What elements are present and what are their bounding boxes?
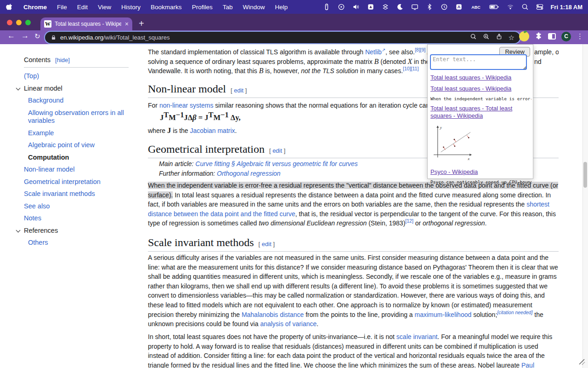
text-segment: solution; xyxy=(471,311,497,318)
wifi-icon[interactable] xyxy=(506,3,514,11)
play-circle-icon[interactable] xyxy=(337,3,345,11)
menu-bar-clock[interactable]: Fri 1:18 AM xyxy=(550,4,582,11)
inline-link[interactable]: [12] xyxy=(405,218,413,224)
menu-history[interactable]: History xyxy=(121,4,141,11)
tab-close-icon[interactable]: × xyxy=(125,21,129,27)
inline-link[interactable]: Jacobian matrix xyxy=(190,127,235,134)
text-segment: −1 xyxy=(176,110,184,119)
menu-edit[interactable]: Edit xyxy=(77,4,88,11)
edit-link[interactable]: edit xyxy=(234,87,243,94)
menu-view[interactable]: View xyxy=(98,4,111,11)
volume-icon[interactable] xyxy=(352,3,360,11)
toc-item-allowing-errors[interactable]: Allowing observation errors in all varia… xyxy=(28,109,124,125)
side-panel-icon[interactable] xyxy=(548,33,556,40)
text-segment: Main article: xyxy=(159,160,195,167)
menu-help[interactable]: Help xyxy=(275,4,288,11)
inline-link[interactable]: scale invariant xyxy=(396,333,438,340)
bluetooth-icon[interactable] xyxy=(425,3,433,11)
toc-item-nonlinear[interactable]: Non-linear model xyxy=(24,166,74,173)
zoom-window-button[interactable] xyxy=(25,20,31,25)
inline-link[interactable]: [citation needed] xyxy=(497,310,532,315)
inline-link[interactable]: [10][11] xyxy=(403,66,418,72)
menu-file[interactable]: File xyxy=(57,4,67,11)
menu-tab[interactable]: Tab xyxy=(223,4,233,11)
minimize-window-button[interactable] xyxy=(16,20,22,25)
inline-link[interactable]: Orthogonal regression xyxy=(217,170,281,177)
close-window-button[interactable] xyxy=(7,20,12,25)
zoom-in-icon[interactable] xyxy=(483,33,490,42)
toc-item-see-also[interactable]: See also xyxy=(24,202,50,210)
chevron-down-icon[interactable] xyxy=(16,228,21,232)
menu-window[interactable]: Window xyxy=(243,4,265,11)
text-segment: not the TLS solution xyxy=(301,67,358,75)
address-bar[interactable]: en.wikipedia.org/wiki/Total_least_square… xyxy=(45,32,520,43)
edit-link[interactable]: edit xyxy=(262,241,271,247)
app-square-icon[interactable] xyxy=(367,3,374,11)
share-icon[interactable] xyxy=(496,33,503,42)
spotlight-search-icon[interactable] xyxy=(521,3,529,11)
toc-hide-link[interactable]: [hide] xyxy=(55,57,70,63)
inline-link[interactable]: ↗ xyxy=(382,47,385,52)
abc-input-icon[interactable]: ABC xyxy=(469,3,482,11)
toc-item-example[interactable]: Example xyxy=(28,129,54,137)
text-segment: or xyxy=(413,219,423,227)
battery-charging-icon[interactable] xyxy=(489,3,499,11)
input-source-a-icon[interactable]: A xyxy=(455,3,463,11)
inline-link[interactable]: [8][9] xyxy=(415,47,425,52)
apple-logo-icon[interactable] xyxy=(6,3,13,11)
url-text: en.wikipedia.org/wiki/Total_least_square… xyxy=(60,34,170,41)
toc-item-notes[interactable]: Notes xyxy=(24,214,41,222)
inline-link[interactable]: analysis of variance xyxy=(260,320,317,328)
search-icon[interactable] xyxy=(470,33,477,42)
chrome-menu-icon[interactable]: ⋮ xyxy=(577,32,583,40)
toc-item-computation-active[interactable]: Computation xyxy=(28,154,69,161)
text-segment: . xyxy=(485,219,486,227)
active-tab[interactable]: W Total least squares - Wikipedia × xyxy=(40,17,132,30)
focus-moon-icon[interactable] xyxy=(396,3,404,11)
inline-link[interactable]: Netlib xyxy=(365,48,382,56)
result-link[interactable]: Psyco - Wikipedia xyxy=(430,168,531,176)
menu-profiles[interactable]: Profiles xyxy=(192,4,213,11)
menu-bookmarks[interactable]: Bookmarks xyxy=(151,4,182,11)
stage-manager-icon[interactable] xyxy=(381,3,389,11)
menu-chrome[interactable]: Chrome xyxy=(23,4,47,11)
extensions-puzzle-icon[interactable] xyxy=(535,32,543,41)
profile-avatar[interactable] xyxy=(519,31,529,41)
peripheral-battery-icon[interactable] xyxy=(322,3,330,11)
toc-item-top[interactable]: (Top) xyxy=(24,72,39,80)
new-tab-button[interactable]: + xyxy=(139,18,144,29)
toc-item-references[interactable]: References xyxy=(24,227,58,234)
result-link[interactable]: Total least squares - Total least square… xyxy=(430,105,531,120)
text-segment: is, however, xyxy=(264,67,301,75)
text-segment: A serious difficulty arises if the varia… xyxy=(148,254,558,318)
result-link[interactable]: Total least squares - Wikipedia xyxy=(430,85,531,92)
edit-link[interactable]: edit xyxy=(272,147,282,154)
inline-link[interactable]: Mahalanobis distance xyxy=(242,311,304,318)
forward-button[interactable]: → xyxy=(21,31,29,40)
toc-item-geometrical[interactable]: Geometrical interpretation xyxy=(24,178,101,185)
text-segment: where xyxy=(148,127,167,134)
text-segment: = J xyxy=(197,113,209,122)
popup-text-input[interactable] xyxy=(430,54,527,70)
bookmark-star-icon[interactable]: ☆ xyxy=(509,34,514,41)
control-center-icon[interactable] xyxy=(536,3,543,11)
text-segment: from the points to the line, providing a xyxy=(304,311,414,318)
back-button[interactable]: ← xyxy=(7,31,15,40)
inline-link[interactable]: maximum-likelihood xyxy=(415,311,472,318)
inline-link[interactable]: Curve fitting § Algebraic fit versus geo… xyxy=(195,160,358,167)
chevron-down-icon[interactable] xyxy=(16,86,21,90)
time-machine-icon[interactable] xyxy=(440,3,448,11)
profile-badge-c[interactable]: C xyxy=(561,32,571,41)
toc-item-linear-model[interactable]: Linear model xyxy=(24,85,62,92)
toc-item-algebraic[interactable]: Algebraic point of view xyxy=(28,141,95,149)
toc-item-others[interactable]: Others xyxy=(28,239,48,246)
display-icon[interactable] xyxy=(411,3,418,11)
text-segment: , xyxy=(239,113,241,122)
toc-item-background[interactable]: Background xyxy=(28,97,63,104)
result-link[interactable]: Total least squares - Wikipedia xyxy=(430,74,531,81)
page-scrollbar-track[interactable] xyxy=(582,44,588,368)
page-scrollbar-thumb[interactable] xyxy=(583,162,587,188)
toc-item-scale-invariant[interactable]: Scale invariant methods xyxy=(24,190,95,197)
inline-link[interactable]: non-linear systems xyxy=(159,102,214,109)
reload-button[interactable]: ↻ xyxy=(34,32,40,40)
